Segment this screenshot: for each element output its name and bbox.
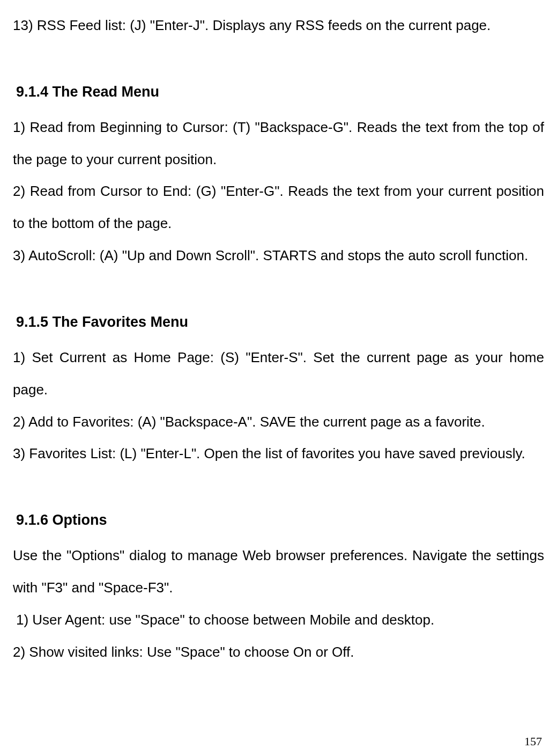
section-9-1-5-item-2: 2) Add to Favorites: (A) "Backspace-A". … — [13, 406, 544, 438]
section-9-1-4: 9.1.4 The Read Menu 1) Read from Beginni… — [13, 75, 544, 272]
heading-9-1-6: 9.1.6 Options — [13, 503, 544, 537]
section-9-1-6-item-2: 2) Show visited links: Use "Space" to ch… — [13, 636, 544, 669]
page-number: 157 — [524, 735, 542, 748]
heading-9-1-4: 9.1.4 The Read Menu — [13, 75, 544, 108]
section-9-1-6-item-1: 1) User Agent: use "Space" to choose bet… — [13, 604, 544, 636]
section-9-1-5-item-3: 3) Favorites List: (L) "Enter-L". Open t… — [13, 438, 544, 470]
section-9-1-6: 9.1.6 Options Use the "Options" dialog t… — [13, 503, 544, 668]
document-body: 13) RSS Feed list: (J) "Enter-J". Displa… — [13, 10, 544, 668]
section-9-1-6-intro: Use the "Options" dialog to manage Web b… — [13, 540, 544, 604]
section-9-1-5: 9.1.5 The Favorites Menu 1) Set Current … — [13, 305, 544, 470]
top-paragraph: 13) RSS Feed list: (J) "Enter-J". Displa… — [13, 10, 544, 42]
section-9-1-4-item-2: 2) Read from Cursor to End: (G) "Enter-G… — [13, 175, 544, 240]
section-9-1-4-item-3: 3) AutoScroll: (A) "Up and Down Scroll".… — [13, 240, 544, 272]
heading-9-1-5: 9.1.5 The Favorites Menu — [13, 305, 544, 339]
section-9-1-4-item-1: 1) Read from Beginning to Cursor: (T) "B… — [13, 112, 544, 176]
section-9-1-5-item-1: 1) Set Current as Home Page: (S) "Enter-… — [13, 342, 544, 406]
